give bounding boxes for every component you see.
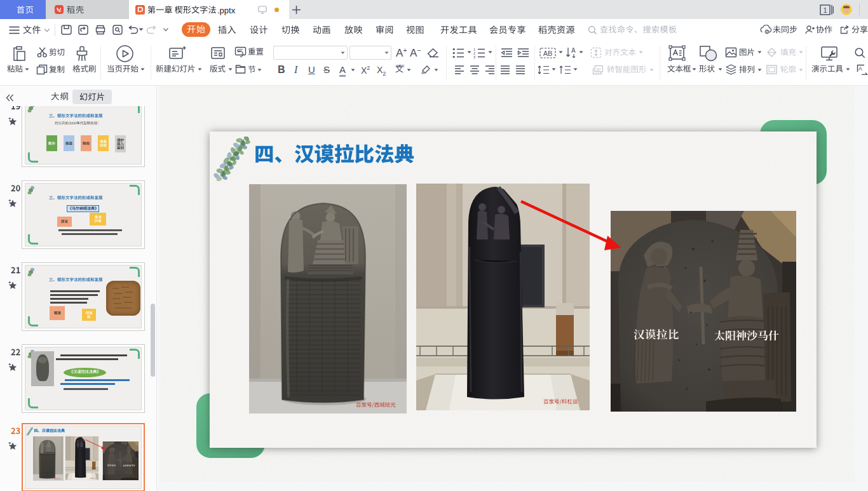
svg-text:A: A [571, 47, 576, 54]
svg-text:1: 1 [823, 6, 827, 14]
svg-text:AB: AB [543, 50, 553, 57]
svg-text:A: A [858, 65, 862, 72]
svg-text:3: 3 [473, 55, 475, 59]
